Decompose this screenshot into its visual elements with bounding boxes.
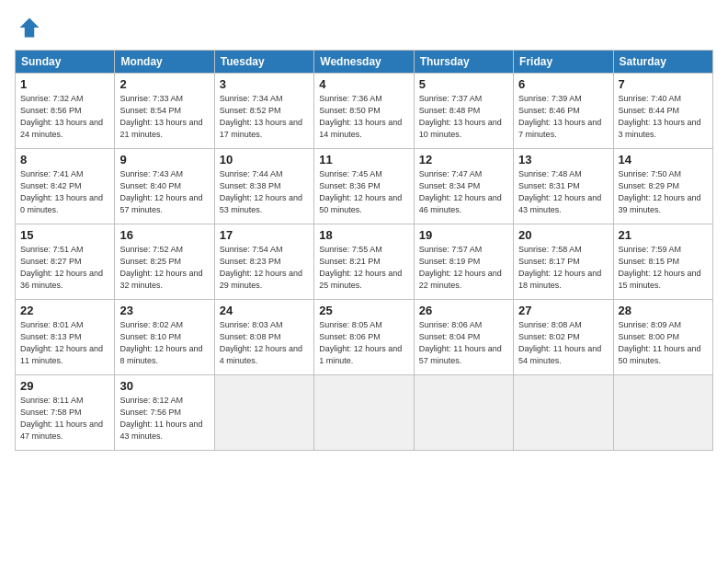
day-detail: Sunrise: 7:40 AMSunset: 8:44 PMDaylight:… bbox=[619, 93, 708, 141]
weekday-header-friday: Friday bbox=[514, 51, 613, 74]
day-number: 1 bbox=[20, 77, 109, 91]
weekday-header-monday: Monday bbox=[115, 51, 214, 74]
day-number: 2 bbox=[119, 77, 209, 91]
day-number: 7 bbox=[619, 77, 708, 91]
calendar-cell: 3Sunrise: 7:34 AMSunset: 8:52 PMDaylight… bbox=[214, 74, 313, 149]
day-detail: Sunrise: 8:11 AMSunset: 7:58 PMDaylight:… bbox=[20, 395, 109, 442]
day-number: 4 bbox=[319, 77, 408, 91]
day-detail: Sunrise: 7:45 AMSunset: 8:36 PMDaylight:… bbox=[319, 168, 408, 216]
calendar-cell: 12Sunrise: 7:47 AMSunset: 8:34 PMDayligh… bbox=[414, 149, 513, 224]
calendar-cell: 6Sunrise: 7:39 AMSunset: 8:46 PMDaylight… bbox=[514, 74, 613, 149]
day-number: 29 bbox=[20, 379, 109, 393]
day-detail: Sunrise: 7:55 AMSunset: 8:21 PMDaylight:… bbox=[319, 244, 408, 292]
calendar-cell: 20Sunrise: 7:58 AMSunset: 8:17 PMDayligh… bbox=[514, 224, 613, 300]
day-detail: Sunrise: 7:37 AMSunset: 8:48 PMDaylight:… bbox=[419, 93, 508, 141]
svg-marker-0 bbox=[20, 18, 40, 38]
day-detail: Sunrise: 7:51 AMSunset: 8:27 PMDaylight:… bbox=[20, 244, 109, 292]
weekday-header-wednesday: Wednesday bbox=[314, 51, 414, 74]
day-detail: Sunrise: 8:01 AMSunset: 8:13 PMDaylight:… bbox=[20, 319, 109, 367]
day-detail: Sunrise: 8:12 AMSunset: 7:56 PMDaylight:… bbox=[119, 395, 209, 442]
calendar-cell: 15Sunrise: 7:51 AMSunset: 8:27 PMDayligh… bbox=[16, 224, 115, 300]
calendar-cell: 26Sunrise: 8:06 AMSunset: 8:04 PMDayligh… bbox=[414, 300, 513, 375]
day-detail: Sunrise: 7:50 AMSunset: 8:29 PMDaylight:… bbox=[619, 168, 708, 216]
day-detail: Sunrise: 7:32 AMSunset: 8:56 PMDaylight:… bbox=[20, 93, 109, 141]
logo bbox=[15, 15, 42, 40]
logo-icon bbox=[17, 15, 42, 40]
day-detail: Sunrise: 7:39 AMSunset: 8:46 PMDaylight:… bbox=[518, 93, 608, 141]
day-number: 11 bbox=[319, 153, 408, 167]
day-detail: Sunrise: 7:58 AMSunset: 8:17 PMDaylight:… bbox=[518, 244, 608, 292]
weekday-header-saturday: Saturday bbox=[613, 51, 712, 74]
calendar-cell: 10Sunrise: 7:44 AMSunset: 8:38 PMDayligh… bbox=[214, 149, 313, 224]
day-number: 14 bbox=[619, 153, 708, 167]
day-detail: Sunrise: 7:43 AMSunset: 8:40 PMDaylight:… bbox=[119, 168, 209, 216]
calendar-cell: 16Sunrise: 7:52 AMSunset: 8:25 PMDayligh… bbox=[115, 224, 214, 300]
day-detail: Sunrise: 8:03 AMSunset: 8:08 PMDaylight:… bbox=[220, 319, 309, 367]
weekday-header-sunday: Sunday bbox=[16, 51, 115, 74]
calendar-cell: 25Sunrise: 8:05 AMSunset: 8:06 PMDayligh… bbox=[314, 300, 414, 375]
weekday-header-thursday: Thursday bbox=[414, 51, 513, 74]
day-detail: Sunrise: 7:47 AMSunset: 8:34 PMDaylight:… bbox=[419, 168, 508, 216]
calendar-cell: 13Sunrise: 7:48 AMSunset: 8:31 PMDayligh… bbox=[514, 149, 613, 224]
day-detail: Sunrise: 7:57 AMSunset: 8:19 PMDaylight:… bbox=[419, 244, 508, 292]
day-number: 27 bbox=[518, 304, 608, 317]
calendar-cell: 24Sunrise: 8:03 AMSunset: 8:08 PMDayligh… bbox=[214, 300, 313, 375]
day-detail: Sunrise: 8:05 AMSunset: 8:06 PMDaylight:… bbox=[319, 319, 408, 367]
day-number: 18 bbox=[319, 228, 408, 242]
day-detail: Sunrise: 7:36 AMSunset: 8:50 PMDaylight:… bbox=[319, 93, 408, 141]
calendar-cell: 7Sunrise: 7:40 AMSunset: 8:44 PMDaylight… bbox=[613, 74, 712, 149]
calendar-cell: 1Sunrise: 7:32 AMSunset: 8:56 PMDaylight… bbox=[16, 74, 115, 149]
day-number: 9 bbox=[119, 153, 209, 167]
day-detail: Sunrise: 8:06 AMSunset: 8:04 PMDaylight:… bbox=[419, 319, 508, 367]
calendar-cell: 21Sunrise: 7:59 AMSunset: 8:15 PMDayligh… bbox=[613, 224, 712, 300]
calendar-cell: 27Sunrise: 8:08 AMSunset: 8:02 PMDayligh… bbox=[514, 300, 613, 375]
calendar-cell: 11Sunrise: 7:45 AMSunset: 8:36 PMDayligh… bbox=[314, 149, 414, 224]
calendar-cell: 14Sunrise: 7:50 AMSunset: 8:29 PMDayligh… bbox=[613, 149, 712, 224]
day-detail: Sunrise: 8:09 AMSunset: 8:00 PMDaylight:… bbox=[619, 319, 708, 367]
calendar-cell bbox=[514, 375, 613, 451]
calendar-cell: 30Sunrise: 8:12 AMSunset: 7:56 PMDayligh… bbox=[115, 375, 214, 451]
day-number: 25 bbox=[319, 304, 408, 317]
calendar-cell bbox=[414, 375, 513, 451]
calendar-cell: 5Sunrise: 7:37 AMSunset: 8:48 PMDaylight… bbox=[414, 74, 513, 149]
calendar-cell: 22Sunrise: 8:01 AMSunset: 8:13 PMDayligh… bbox=[16, 300, 115, 375]
calendar-cell: 8Sunrise: 7:41 AMSunset: 8:42 PMDaylight… bbox=[16, 149, 115, 224]
day-number: 22 bbox=[20, 304, 109, 317]
day-detail: Sunrise: 7:59 AMSunset: 8:15 PMDaylight:… bbox=[619, 244, 708, 292]
day-detail: Sunrise: 8:02 AMSunset: 8:10 PMDaylight:… bbox=[119, 319, 209, 367]
calendar-header bbox=[15, 15, 713, 40]
day-number: 5 bbox=[419, 77, 508, 91]
calendar-cell: 28Sunrise: 8:09 AMSunset: 8:00 PMDayligh… bbox=[613, 300, 712, 375]
day-detail: Sunrise: 7:33 AMSunset: 8:54 PMDaylight:… bbox=[119, 93, 209, 141]
day-number: 13 bbox=[518, 153, 608, 167]
calendar-cell: 19Sunrise: 7:57 AMSunset: 8:19 PMDayligh… bbox=[414, 224, 513, 300]
day-number: 20 bbox=[518, 228, 608, 242]
calendar-cell: 18Sunrise: 7:55 AMSunset: 8:21 PMDayligh… bbox=[314, 224, 414, 300]
day-number: 15 bbox=[20, 228, 109, 242]
day-number: 30 bbox=[119, 379, 209, 393]
calendar-cell: 4Sunrise: 7:36 AMSunset: 8:50 PMDaylight… bbox=[314, 74, 414, 149]
calendar-cell: 9Sunrise: 7:43 AMSunset: 8:40 PMDaylight… bbox=[115, 149, 214, 224]
calendar-cell: 23Sunrise: 8:02 AMSunset: 8:10 PMDayligh… bbox=[115, 300, 214, 375]
day-detail: Sunrise: 7:54 AMSunset: 8:23 PMDaylight:… bbox=[220, 244, 309, 292]
day-detail: Sunrise: 7:44 AMSunset: 8:38 PMDaylight:… bbox=[220, 168, 309, 216]
weekday-header-tuesday: Tuesday bbox=[214, 51, 313, 74]
calendar-cell bbox=[613, 375, 712, 451]
day-number: 26 bbox=[419, 304, 508, 317]
calendar-cell: 17Sunrise: 7:54 AMSunset: 8:23 PMDayligh… bbox=[214, 224, 313, 300]
day-number: 19 bbox=[419, 228, 508, 242]
day-number: 6 bbox=[518, 77, 608, 91]
day-number: 10 bbox=[220, 153, 309, 167]
calendar-cell bbox=[214, 375, 313, 451]
calendar-table: SundayMondayTuesdayWednesdayThursdayFrid… bbox=[15, 50, 713, 451]
day-detail: Sunrise: 7:52 AMSunset: 8:25 PMDaylight:… bbox=[119, 244, 209, 292]
day-number: 17 bbox=[220, 228, 309, 242]
calendar-cell bbox=[314, 375, 414, 451]
day-detail: Sunrise: 7:48 AMSunset: 8:31 PMDaylight:… bbox=[518, 168, 608, 216]
day-detail: Sunrise: 8:08 AMSunset: 8:02 PMDaylight:… bbox=[518, 319, 608, 367]
day-number: 16 bbox=[119, 228, 209, 242]
day-number: 8 bbox=[20, 153, 109, 167]
day-detail: Sunrise: 7:41 AMSunset: 8:42 PMDaylight:… bbox=[20, 168, 109, 216]
calendar-cell: 2Sunrise: 7:33 AMSunset: 8:54 PMDaylight… bbox=[115, 74, 214, 149]
day-number: 12 bbox=[419, 153, 508, 167]
